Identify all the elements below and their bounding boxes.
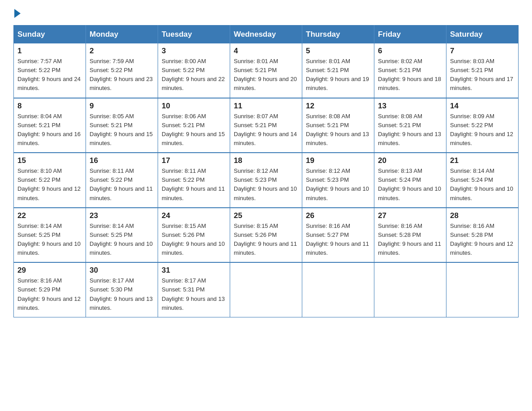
day-info: Sunrise: 8:17 AMSunset: 5:30 PMDaylight:… <box>90 277 153 311</box>
calendar-day-cell <box>374 262 446 317</box>
calendar-week-row: 22 Sunrise: 8:14 AMSunset: 5:25 PMDaylig… <box>14 208 519 263</box>
day-number: 29 <box>17 266 82 275</box>
day-number: 17 <box>162 156 226 165</box>
day-of-week-header: Sunday <box>14 26 86 44</box>
calendar-day-cell: 14 Sunrise: 8:09 AMSunset: 5:22 PMDaylig… <box>446 98 519 153</box>
day-number: 27 <box>378 211 442 220</box>
day-of-week-header: Friday <box>374 26 446 44</box>
calendar-day-cell: 22 Sunrise: 8:14 AMSunset: 5:25 PMDaylig… <box>14 208 86 263</box>
calendar-day-cell: 12 Sunrise: 8:08 AMSunset: 5:21 PMDaylig… <box>302 98 374 153</box>
day-info: Sunrise: 8:14 AMSunset: 5:25 PMDaylight:… <box>17 223 81 256</box>
calendar-day-cell: 13 Sunrise: 8:08 AMSunset: 5:21 PMDaylig… <box>374 98 446 153</box>
calendar-day-cell: 30 Sunrise: 8:17 AMSunset: 5:30 PMDaylig… <box>86 262 158 317</box>
calendar-day-cell: 11 Sunrise: 8:07 AMSunset: 5:21 PMDaylig… <box>230 98 302 153</box>
day-number: 19 <box>306 156 370 165</box>
day-number: 6 <box>378 47 442 56</box>
day-info: Sunrise: 7:59 AMSunset: 5:22 PMDaylight:… <box>90 58 153 91</box>
day-info: Sunrise: 8:16 AMSunset: 5:28 PMDaylight:… <box>378 223 441 256</box>
calendar-day-cell: 31 Sunrise: 8:17 AMSunset: 5:31 PMDaylig… <box>158 262 230 317</box>
day-info: Sunrise: 8:11 AMSunset: 5:22 PMDaylight:… <box>162 167 225 201</box>
day-info: Sunrise: 8:16 AMSunset: 5:29 PMDaylight:… <box>17 277 81 311</box>
day-info: Sunrise: 8:14 AMSunset: 5:24 PMDaylight:… <box>450 167 513 201</box>
calendar-week-row: 29 Sunrise: 8:16 AMSunset: 5:29 PMDaylig… <box>14 262 519 317</box>
calendar-day-cell: 21 Sunrise: 8:14 AMSunset: 5:24 PMDaylig… <box>446 153 519 208</box>
day-number: 30 <box>90 266 154 275</box>
day-number: 24 <box>162 211 226 220</box>
calendar-day-cell: 2 Sunrise: 7:59 AMSunset: 5:22 PMDayligh… <box>86 43 158 98</box>
calendar-day-cell: 19 Sunrise: 8:12 AMSunset: 5:23 PMDaylig… <box>302 153 374 208</box>
day-number: 22 <box>17 211 82 220</box>
day-number: 21 <box>450 156 515 165</box>
day-of-week-header: Tuesday <box>158 26 230 44</box>
day-number: 28 <box>450 211 515 220</box>
day-info: Sunrise: 8:00 AMSunset: 5:22 PMDaylight:… <box>162 58 225 91</box>
calendar-day-cell: 24 Sunrise: 8:15 AMSunset: 5:26 PMDaylig… <box>158 208 230 263</box>
day-number: 31 <box>162 266 226 275</box>
calendar-day-cell: 17 Sunrise: 8:11 AMSunset: 5:22 PMDaylig… <box>158 153 230 208</box>
day-number: 13 <box>378 102 442 111</box>
calendar-day-cell: 29 Sunrise: 8:16 AMSunset: 5:29 PMDaylig… <box>14 262 86 317</box>
calendar-day-cell: 1 Sunrise: 7:57 AMSunset: 5:22 PMDayligh… <box>14 43 86 98</box>
day-number: 11 <box>234 102 298 111</box>
logo <box>13 9 21 16</box>
day-number: 1 <box>17 47 82 56</box>
day-info: Sunrise: 8:17 AMSunset: 5:31 PMDaylight:… <box>162 277 225 311</box>
day-info: Sunrise: 8:01 AMSunset: 5:21 PMDaylight:… <box>234 58 297 91</box>
calendar-header-row: SundayMondayTuesdayWednesdayThursdayFrid… <box>14 26 519 44</box>
day-info: Sunrise: 8:12 AMSunset: 5:23 PMDaylight:… <box>306 167 369 201</box>
calendar-day-cell <box>230 262 302 317</box>
calendar-day-cell: 16 Sunrise: 8:11 AMSunset: 5:22 PMDaylig… <box>86 153 158 208</box>
page-header <box>13 9 519 16</box>
calendar-day-cell: 27 Sunrise: 8:16 AMSunset: 5:28 PMDaylig… <box>374 208 446 263</box>
day-info: Sunrise: 8:07 AMSunset: 5:21 PMDaylight:… <box>234 113 297 146</box>
calendar-day-cell: 23 Sunrise: 8:14 AMSunset: 5:25 PMDaylig… <box>86 208 158 263</box>
day-number: 25 <box>234 211 298 220</box>
calendar-day-cell: 3 Sunrise: 8:00 AMSunset: 5:22 PMDayligh… <box>158 43 230 98</box>
day-info: Sunrise: 8:04 AMSunset: 5:21 PMDaylight:… <box>17 113 81 146</box>
calendar-day-cell: 4 Sunrise: 8:01 AMSunset: 5:21 PMDayligh… <box>230 43 302 98</box>
calendar-day-cell: 15 Sunrise: 8:10 AMSunset: 5:22 PMDaylig… <box>14 153 86 208</box>
calendar-day-cell: 28 Sunrise: 8:16 AMSunset: 5:28 PMDaylig… <box>446 208 519 263</box>
day-number: 20 <box>378 156 442 165</box>
calendar-day-cell: 5 Sunrise: 8:01 AMSunset: 5:21 PMDayligh… <box>302 43 374 98</box>
calendar-day-cell <box>446 262 519 317</box>
day-info: Sunrise: 7:57 AMSunset: 5:22 PMDaylight:… <box>17 58 81 91</box>
day-number: 3 <box>162 47 226 56</box>
day-info: Sunrise: 8:01 AMSunset: 5:21 PMDaylight:… <box>306 58 369 91</box>
calendar-day-cell: 18 Sunrise: 8:12 AMSunset: 5:23 PMDaylig… <box>230 153 302 208</box>
calendar-week-row: 1 Sunrise: 7:57 AMSunset: 5:22 PMDayligh… <box>14 43 519 98</box>
day-number: 12 <box>306 102 370 111</box>
day-info: Sunrise: 8:15 AMSunset: 5:26 PMDaylight:… <box>234 223 297 256</box>
calendar-day-cell: 7 Sunrise: 8:03 AMSunset: 5:21 PMDayligh… <box>446 43 519 98</box>
day-number: 5 <box>306 47 370 56</box>
calendar-day-cell: 25 Sunrise: 8:15 AMSunset: 5:26 PMDaylig… <box>230 208 302 263</box>
day-info: Sunrise: 8:15 AMSunset: 5:26 PMDaylight:… <box>162 223 225 256</box>
calendar-day-cell: 20 Sunrise: 8:13 AMSunset: 5:24 PMDaylig… <box>374 153 446 208</box>
calendar-day-cell <box>302 262 374 317</box>
day-info: Sunrise: 8:14 AMSunset: 5:25 PMDaylight:… <box>90 223 153 256</box>
calendar-day-cell: 26 Sunrise: 8:16 AMSunset: 5:27 PMDaylig… <box>302 208 374 263</box>
day-number: 2 <box>90 47 154 56</box>
day-info: Sunrise: 8:09 AMSunset: 5:22 PMDaylight:… <box>450 113 513 146</box>
day-number: 23 <box>90 211 154 220</box>
day-info: Sunrise: 8:08 AMSunset: 5:21 PMDaylight:… <box>378 113 441 146</box>
day-of-week-header: Thursday <box>302 26 374 44</box>
day-of-week-header: Monday <box>86 26 158 44</box>
day-of-week-header: Wednesday <box>230 26 302 44</box>
day-info: Sunrise: 8:10 AMSunset: 5:22 PMDaylight:… <box>17 167 81 201</box>
day-info: Sunrise: 8:16 AMSunset: 5:27 PMDaylight:… <box>306 223 369 256</box>
day-info: Sunrise: 8:11 AMSunset: 5:22 PMDaylight:… <box>90 167 153 201</box>
day-info: Sunrise: 8:06 AMSunset: 5:21 PMDaylight:… <box>162 113 225 146</box>
day-number: 15 <box>17 156 82 165</box>
logo-arrow-icon <box>14 9 21 18</box>
calendar-day-cell: 8 Sunrise: 8:04 AMSunset: 5:21 PMDayligh… <box>14 98 86 153</box>
calendar-day-cell: 6 Sunrise: 8:02 AMSunset: 5:21 PMDayligh… <box>374 43 446 98</box>
day-number: 4 <box>234 47 298 56</box>
day-number: 16 <box>90 156 154 165</box>
day-info: Sunrise: 8:12 AMSunset: 5:23 PMDaylight:… <box>234 167 297 201</box>
day-info: Sunrise: 8:08 AMSunset: 5:21 PMDaylight:… <box>306 113 369 146</box>
day-number: 7 <box>450 47 515 56</box>
calendar-table: SundayMondayTuesdayWednesdayThursdayFrid… <box>13 25 519 317</box>
calendar-day-cell: 10 Sunrise: 8:06 AMSunset: 5:21 PMDaylig… <box>158 98 230 153</box>
day-number: 8 <box>17 102 82 111</box>
